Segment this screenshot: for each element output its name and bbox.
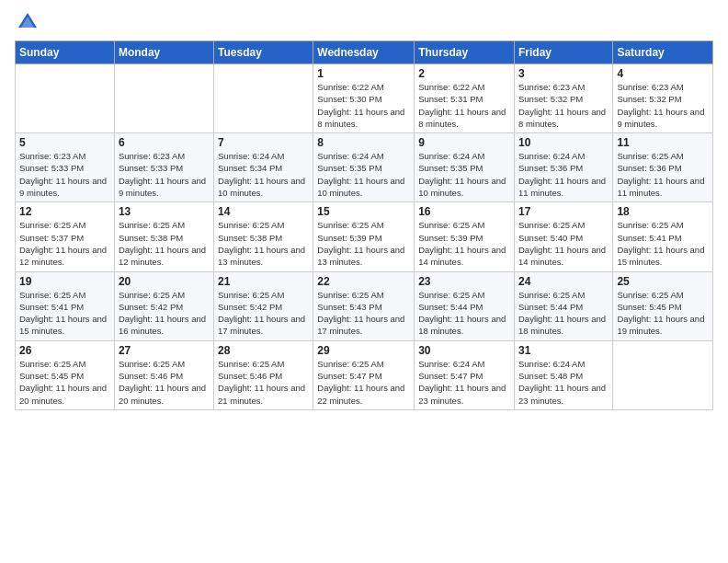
day-number: 17 [518,205,609,218]
calendar-cell: 23Sunrise: 6:25 AMSunset: 5:44 PMDayligh… [415,271,515,340]
day-info: Sunrise: 6:22 AMSunset: 5:31 PMDaylight:… [418,81,510,130]
day-number: 9 [418,136,510,149]
calendar-header-tuesday: Tuesday [214,41,313,64]
calendar-header-saturday: Saturday [613,41,713,64]
day-info: Sunrise: 6:25 AMSunset: 5:40 PMDaylight:… [518,219,609,268]
day-info: Sunrise: 6:23 AMSunset: 5:32 PMDaylight:… [518,81,609,130]
day-info: Sunrise: 6:24 AMSunset: 5:36 PMDaylight:… [518,150,609,199]
calendar-cell: 28Sunrise: 6:25 AMSunset: 5:46 PMDayligh… [214,340,313,409]
calendar-cell: 26Sunrise: 6:25 AMSunset: 5:45 PMDayligh… [16,340,115,409]
calendar-cell [16,64,115,133]
calendar-cell: 19Sunrise: 6:25 AMSunset: 5:41 PMDayligh… [16,271,115,340]
day-number: 26 [19,344,110,357]
calendar-cell [214,64,313,133]
calendar-week-row: 12Sunrise: 6:25 AMSunset: 5:37 PMDayligh… [16,202,713,271]
day-info: Sunrise: 6:25 AMSunset: 5:44 PMDaylight:… [418,289,510,338]
calendar-cell: 5Sunrise: 6:23 AMSunset: 5:33 PMDaylight… [16,133,115,202]
day-info: Sunrise: 6:25 AMSunset: 5:36 PMDaylight:… [617,150,709,199]
day-info: Sunrise: 6:24 AMSunset: 5:35 PMDaylight:… [317,150,410,199]
day-number: 15 [317,205,410,218]
day-info: Sunrise: 6:22 AMSunset: 5:30 PMDaylight:… [317,81,410,130]
day-number: 29 [317,344,410,357]
day-number: 4 [617,67,709,80]
day-number: 28 [218,344,309,357]
day-number: 23 [418,275,510,288]
calendar-cell [114,64,213,133]
calendar-cell: 21Sunrise: 6:25 AMSunset: 5:42 PMDayligh… [214,271,313,340]
day-info: Sunrise: 6:25 AMSunset: 5:45 PMDaylight:… [19,358,110,407]
calendar-week-row: 1Sunrise: 6:22 AMSunset: 5:30 PMDaylight… [16,64,713,133]
calendar-cell: 17Sunrise: 6:25 AMSunset: 5:40 PMDayligh… [514,202,612,271]
day-info: Sunrise: 6:25 AMSunset: 5:39 PMDaylight:… [418,219,510,268]
day-number: 19 [19,275,110,288]
day-number: 7 [218,136,309,149]
day-number: 1 [317,67,410,80]
day-number: 10 [518,136,609,149]
day-info: Sunrise: 6:24 AMSunset: 5:34 PMDaylight:… [218,150,309,199]
day-number: 16 [418,205,510,218]
day-info: Sunrise: 6:24 AMSunset: 5:47 PMDaylight:… [418,358,510,407]
day-number: 18 [617,205,709,218]
logo-icon [15,9,40,35]
day-info: Sunrise: 6:25 AMSunset: 5:41 PMDaylight:… [617,219,709,268]
calendar-cell: 31Sunrise: 6:24 AMSunset: 5:48 PMDayligh… [514,340,612,409]
logo [15,9,44,35]
calendar-cell: 16Sunrise: 6:25 AMSunset: 5:39 PMDayligh… [415,202,515,271]
day-info: Sunrise: 6:25 AMSunset: 5:38 PMDaylight:… [119,219,210,268]
day-number: 11 [617,136,709,149]
calendar-cell: 30Sunrise: 6:24 AMSunset: 5:47 PMDayligh… [415,340,515,409]
day-number: 5 [19,136,110,149]
day-info: Sunrise: 6:23 AMSunset: 5:32 PMDaylight:… [617,81,709,130]
calendar-cell: 8Sunrise: 6:24 AMSunset: 5:35 PMDaylight… [313,133,415,202]
day-number: 20 [119,275,210,288]
calendar-header-thursday: Thursday [415,41,515,64]
calendar-header-monday: Monday [114,41,213,64]
calendar-header-friday: Friday [514,41,612,64]
calendar-week-row: 26Sunrise: 6:25 AMSunset: 5:45 PMDayligh… [16,340,713,409]
calendar-header-row: SundayMondayTuesdayWednesdayThursdayFrid… [16,41,713,64]
day-number: 2 [418,67,510,80]
day-number: 22 [317,275,410,288]
day-info: Sunrise: 6:25 AMSunset: 5:44 PMDaylight:… [518,289,609,338]
day-info: Sunrise: 6:24 AMSunset: 5:48 PMDaylight:… [518,358,609,407]
day-info: Sunrise: 6:25 AMSunset: 5:47 PMDaylight:… [317,358,410,407]
day-number: 14 [218,205,309,218]
calendar-cell: 11Sunrise: 6:25 AMSunset: 5:36 PMDayligh… [613,133,713,202]
calendar-header-wednesday: Wednesday [313,41,415,64]
page-container: SundayMondayTuesdayWednesdayThursdayFrid… [0,0,728,419]
calendar-cell: 22Sunrise: 6:25 AMSunset: 5:43 PMDayligh… [313,271,415,340]
calendar-week-row: 5Sunrise: 6:23 AMSunset: 5:33 PMDaylight… [16,133,713,202]
calendar-cell: 15Sunrise: 6:25 AMSunset: 5:39 PMDayligh… [313,202,415,271]
day-number: 12 [19,205,110,218]
calendar-cell: 24Sunrise: 6:25 AMSunset: 5:44 PMDayligh… [514,271,612,340]
day-info: Sunrise: 6:25 AMSunset: 5:37 PMDaylight:… [19,219,110,268]
calendar-week-row: 19Sunrise: 6:25 AMSunset: 5:41 PMDayligh… [16,271,713,340]
day-info: Sunrise: 6:25 AMSunset: 5:42 PMDaylight:… [119,289,210,338]
day-info: Sunrise: 6:25 AMSunset: 5:43 PMDaylight:… [317,289,410,338]
calendar-cell: 12Sunrise: 6:25 AMSunset: 5:37 PMDayligh… [16,202,115,271]
calendar-cell: 4Sunrise: 6:23 AMSunset: 5:32 PMDaylight… [613,64,713,133]
day-info: Sunrise: 6:23 AMSunset: 5:33 PMDaylight:… [119,150,210,199]
calendar-cell: 25Sunrise: 6:25 AMSunset: 5:45 PMDayligh… [613,271,713,340]
calendar-cell: 18Sunrise: 6:25 AMSunset: 5:41 PMDayligh… [613,202,713,271]
day-info: Sunrise: 6:25 AMSunset: 5:45 PMDaylight:… [617,289,709,338]
calendar-header-sunday: Sunday [16,41,115,64]
calendar-cell: 27Sunrise: 6:25 AMSunset: 5:46 PMDayligh… [114,340,213,409]
calendar-cell: 2Sunrise: 6:22 AMSunset: 5:31 PMDaylight… [415,64,515,133]
calendar-cell [613,340,713,409]
day-number: 27 [119,344,210,357]
page-header [15,9,713,35]
day-info: Sunrise: 6:25 AMSunset: 5:41 PMDaylight:… [19,289,110,338]
calendar-cell: 7Sunrise: 6:24 AMSunset: 5:34 PMDaylight… [214,133,313,202]
day-number: 6 [119,136,210,149]
day-info: Sunrise: 6:24 AMSunset: 5:35 PMDaylight:… [418,150,510,199]
day-info: Sunrise: 6:25 AMSunset: 5:46 PMDaylight:… [218,358,309,407]
day-number: 24 [518,275,609,288]
day-number: 21 [218,275,309,288]
day-info: Sunrise: 6:25 AMSunset: 5:38 PMDaylight:… [218,219,309,268]
day-info: Sunrise: 6:25 AMSunset: 5:42 PMDaylight:… [218,289,309,338]
day-info: Sunrise: 6:25 AMSunset: 5:46 PMDaylight:… [119,358,210,407]
day-number: 3 [518,67,609,80]
calendar-cell: 9Sunrise: 6:24 AMSunset: 5:35 PMDaylight… [415,133,515,202]
day-number: 25 [617,275,709,288]
